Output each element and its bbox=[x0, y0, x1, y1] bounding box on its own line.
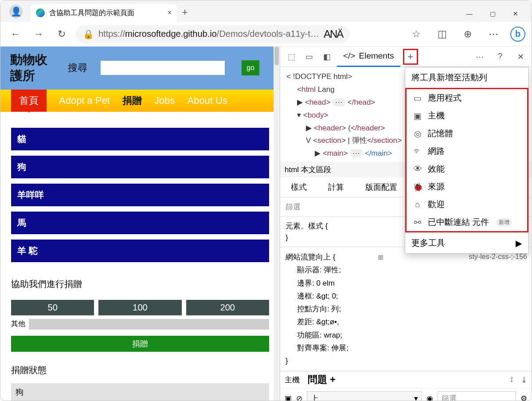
donate-submit-button[interactable]: 捐贈 bbox=[11, 336, 269, 352]
flex-badge-icon[interactable]: ▦ bbox=[378, 252, 383, 262]
status-text: 狗 bbox=[11, 383, 269, 401]
drawer-icon[interactable]: ⟟ bbox=[510, 375, 513, 385]
tool-memory[interactable]: ◎記憶體 bbox=[407, 125, 527, 142]
forward-button[interactable]: → bbox=[30, 25, 47, 43]
reader-mode-button[interactable]: ANÄ bbox=[324, 28, 343, 40]
reload-button[interactable]: ↻ bbox=[53, 25, 70, 43]
close-button[interactable]: ✕ bbox=[510, 10, 521, 17]
subtab-computed[interactable]: 計算 bbox=[317, 177, 355, 197]
device-icon[interactable]: ▭ bbox=[301, 52, 317, 62]
primary-nav: 首頁 Adopt a Pet 捐贈 Jobs About Us bbox=[0, 90, 280, 112]
css-rule[interactable]: 功能區: wrap; bbox=[297, 329, 526, 342]
subtab-layout[interactable]: 版面配置 bbox=[355, 177, 408, 197]
css-rule[interactable]: 對齊專案: 伸展; bbox=[297, 342, 526, 354]
nav-donate[interactable]: 捐贈 bbox=[122, 94, 142, 107]
devtools-drawer: 主機 問題 + ⟟ ⤓ ▣ ⊘ 上▾ ◉ 篩選 ⚙ > bbox=[280, 371, 532, 401]
dock-icon[interactable]: ◧ bbox=[319, 52, 334, 62]
tool-sources[interactable]: 🐞來源 bbox=[407, 178, 527, 196]
code-icon: </> bbox=[343, 51, 355, 61]
drawer-tab-console[interactable]: 主機 bbox=[285, 375, 300, 385]
css-rule[interactable]: 邊界: 0 elm bbox=[297, 277, 526, 290]
help-icon[interactable]: ? bbox=[493, 52, 508, 61]
tool-welcome[interactable]: ⌂歡迎 bbox=[407, 196, 527, 213]
tab-title: 含協助工具問題的示範頁面 bbox=[49, 8, 134, 18]
more-button[interactable]: ⋯ bbox=[485, 25, 502, 43]
list-item[interactable]: 羊咩咩 bbox=[11, 184, 269, 206]
crumb-left: html 本文區段 bbox=[285, 165, 331, 175]
favorite-button[interactable]: ☆ bbox=[407, 25, 425, 43]
titlebar: 👤 含協助工具問題的示範頁面 × + — ▢ ✕ bbox=[0, 0, 532, 22]
donate-heading: 協助我們進行捐贈 bbox=[11, 278, 269, 290]
new-badge: 新增 bbox=[496, 218, 512, 227]
tool-network[interactable]: ᯤ網路 bbox=[407, 142, 527, 160]
drawer-tab-issues[interactable]: 問題 + bbox=[308, 373, 336, 386]
page-viewport: 動物收護所 搜尋 go 首頁 Adopt a Pet 捐贈 Jobs About… bbox=[0, 47, 280, 401]
tool-application[interactable]: ▭應用程式 bbox=[407, 89, 527, 107]
performance-icon: 👁 bbox=[413, 164, 422, 174]
profile-avatar[interactable]: 👤 bbox=[9, 5, 23, 18]
tool-console[interactable]: ▣主機 bbox=[407, 107, 527, 125]
donation-status: 捐贈狀態 狗 bbox=[0, 354, 280, 401]
nav-home[interactable]: 首頁 bbox=[11, 90, 47, 112]
welcome-icon: ⌂ bbox=[413, 200, 422, 209]
console-filter[interactable]: 篩選 bbox=[438, 391, 516, 401]
drawer-expand-icon[interactable]: ⤓ bbox=[521, 375, 527, 385]
css-rule[interactable]: 差距: &gt;ø•, bbox=[297, 315, 526, 328]
split-screen-button[interactable]: ◫ bbox=[433, 25, 451, 43]
more-tools-icon[interactable]: ⋯ bbox=[472, 52, 487, 62]
devtools-close-icon[interactable]: ✕ bbox=[513, 52, 528, 62]
list-item[interactable]: 狗 bbox=[11, 156, 269, 178]
application-icon: ▭ bbox=[413, 93, 422, 103]
donate-50[interactable]: 50 bbox=[11, 300, 94, 315]
maximize-button[interactable]: ▢ bbox=[487, 10, 498, 17]
tab-elements[interactable]: </> Elements bbox=[337, 47, 400, 67]
subtab-styles[interactable]: 樣式 bbox=[280, 177, 317, 197]
tab-close-icon[interactable]: × bbox=[168, 9, 172, 17]
context-dropdown[interactable]: 上▾ bbox=[307, 391, 422, 401]
search-label: 搜尋 bbox=[68, 61, 87, 75]
back-button[interactable]: ← bbox=[7, 25, 24, 43]
other-amount-input[interactable] bbox=[29, 319, 269, 330]
link-icon: ⚯ bbox=[413, 217, 422, 228]
page-scrollbar[interactable] bbox=[274, 47, 280, 401]
add-tool-button[interactable]: + bbox=[403, 49, 418, 65]
nav-jobs[interactable]: Jobs bbox=[154, 95, 175, 106]
page-header: 動物收護所 搜尋 go bbox=[0, 47, 280, 90]
browser-tab[interactable]: 含協助工具問題的示範頁面 × bbox=[31, 4, 177, 22]
tools-menu-heading: 將工具新增至活動列 bbox=[405, 67, 528, 88]
search-input[interactable] bbox=[101, 61, 225, 75]
collections-button[interactable]: ⊕ bbox=[459, 25, 477, 43]
nav-adopt[interactable]: Adopt a Pet bbox=[59, 95, 110, 106]
list-item[interactable]: 羊 駝 bbox=[11, 240, 269, 262]
eye-icon[interactable]: ◉ bbox=[426, 394, 433, 401]
clear-icon[interactable]: ⊘ bbox=[296, 394, 302, 401]
status-heading: 捐贈狀態 bbox=[11, 364, 269, 376]
address-bar[interactable]: 🔒 https://microsoftedge.github.io/Demos/… bbox=[76, 25, 350, 43]
add-tools-menu: 將工具新增至活動列 ▭應用程式 ▣主機 ◎記憶體 ᯤ網路 👁效能 🐞來源 ⌂歡迎… bbox=[405, 67, 529, 254]
rule-block[interactable]: 網站流覽向上 { sty-les-2-css-;-156 ▦ 顯示器: 彈性; … bbox=[280, 247, 532, 371]
search-go-button[interactable]: go bbox=[242, 60, 259, 75]
css-rule[interactable]: 控點方向: 列; bbox=[297, 303, 526, 315]
sidebar-toggle-icon[interactable]: ▣ bbox=[285, 394, 292, 401]
devtools-toolbar: ⬚ ▭ ◧ </> Elements + ⋯ ? ✕ bbox=[280, 47, 532, 67]
tool-performance[interactable]: 👁效能 bbox=[407, 160, 527, 178]
console-icon: ▣ bbox=[413, 111, 422, 121]
donate-200[interactable]: 200 bbox=[186, 300, 269, 315]
more-tools[interactable]: 更多工具▶ bbox=[405, 232, 528, 253]
inspect-icon[interactable]: ⬚ bbox=[284, 52, 299, 62]
nav-about[interactable]: About Us bbox=[187, 95, 227, 106]
settings-gear-icon[interactable]: ⚙ bbox=[520, 394, 527, 401]
bing-chat-button[interactable]: b bbox=[510, 27, 525, 42]
list-item[interactable]: 貓 bbox=[11, 128, 269, 150]
donate-100[interactable]: 100 bbox=[98, 300, 181, 315]
devtools: ⬚ ▭ ◧ </> Elements + ⋯ ? ✕ < !DOCTYPE ht… bbox=[280, 47, 532, 401]
url-path: /Demos/devtools-a11y-t… bbox=[217, 29, 319, 39]
list-item[interactable]: 馬 bbox=[11, 212, 269, 234]
url-host: microsoftedge.github.io bbox=[125, 29, 217, 39]
minimize-button[interactable]: — bbox=[464, 10, 475, 17]
tool-detached[interactable]: ⚯已中斷連結 元件新增 bbox=[407, 213, 527, 231]
css-rule[interactable]: 邊框: &gt; 0; bbox=[297, 290, 526, 303]
css-rule[interactable]: 顯示器: 彈性; bbox=[297, 263, 526, 276]
new-tab-button[interactable]: + bbox=[177, 7, 193, 22]
browser-toolbar: ← → ↻ 🔒 https://microsoftedge.github.io/… bbox=[0, 22, 532, 47]
